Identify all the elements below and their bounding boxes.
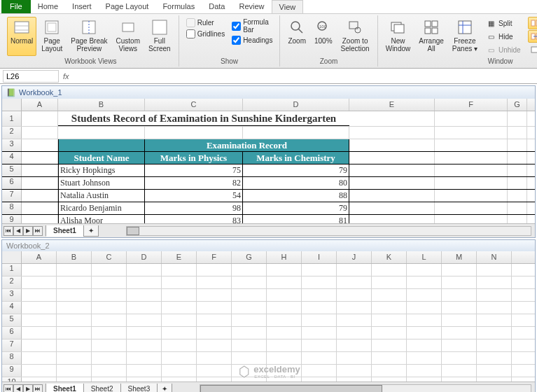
select-all-button[interactable]: [2, 99, 22, 111]
wb2-cell[interactable]: [22, 264, 57, 276]
wb2-cell[interactable]: [232, 289, 267, 301]
wb2-cell[interactable]: [407, 377, 442, 382]
row-header-5[interactable]: 5: [2, 164, 22, 176]
row-header-4[interactable]: 4: [2, 152, 22, 164]
wb2-cell[interactable]: [162, 289, 197, 301]
new-sheet-button[interactable]: ✦: [83, 225, 99, 237]
row-header-6[interactable]: 6: [2, 177, 22, 189]
wb2-col-g[interactable]: G: [232, 251, 267, 263]
col-header-a[interactable]: A: [22, 99, 58, 111]
wb2-cell[interactable]: [477, 264, 512, 276]
wb2-cell[interactable]: [407, 314, 442, 326]
headings-check[interactable]: Headings: [232, 36, 272, 45]
wb2-cell[interactable]: [197, 352, 232, 364]
sync-scroll-button[interactable]: Synchronous Scrolling: [528, 30, 537, 43]
wb2-cell[interactable]: [267, 289, 302, 301]
wb2-cell[interactable]: [197, 264, 232, 276]
wb2-cell[interactable]: [92, 302, 127, 314]
wb2-cell[interactable]: [232, 314, 267, 326]
wb2-row-header[interactable]: 8: [2, 352, 22, 364]
wb2-col-f[interactable]: F: [197, 251, 232, 263]
wb2-cell[interactable]: [22, 289, 57, 301]
wb2-cell[interactable]: [92, 289, 127, 301]
wb2-cell[interactable]: [442, 352, 477, 364]
wb2-cell[interactable]: [267, 276, 302, 288]
wb2-cell[interactable]: [372, 340, 407, 351]
wb2-cell[interactable]: [442, 276, 477, 288]
wb2-cell[interactable]: [127, 264, 162, 276]
wb2-cell[interactable]: [407, 365, 442, 377]
wb2-cell[interactable]: [337, 352, 372, 364]
wb2-sheet-tab-3[interactable]: Sheet3: [120, 384, 158, 393]
wb2-row-header[interactable]: 7: [2, 340, 22, 351]
wb2-cell[interactable]: [127, 289, 162, 301]
row-header-1[interactable]: 1: [2, 111, 22, 126]
wb2-cell[interactable]: [477, 327, 512, 339]
view-side-by-side-button[interactable]: View Side by Side: [528, 17, 537, 29]
page-layout-button[interactable]: Page Layout: [38, 17, 66, 56]
wb2-cell[interactable]: [477, 365, 512, 377]
wb2-cell[interactable]: [267, 302, 302, 314]
wb2-cell[interactable]: [92, 264, 127, 276]
wb2-cell[interactable]: [162, 365, 197, 377]
wb2-col-j[interactable]: J: [337, 251, 372, 263]
wb2-cell[interactable]: [442, 365, 477, 377]
wb2-sheet-tab-1[interactable]: Sheet1: [46, 384, 84, 393]
wb2-cell[interactable]: [407, 264, 442, 276]
full-screen-button[interactable]: Full Screen: [145, 17, 174, 56]
wb2-cell[interactable]: [127, 352, 162, 364]
wb2-cell[interactable]: [22, 377, 57, 382]
wb2-cell[interactable]: [302, 340, 337, 351]
wb2-cell[interactable]: [337, 365, 372, 377]
wb2-tab-nav-prev[interactable]: ◀: [13, 384, 23, 393]
wb2-cell[interactable]: [127, 327, 162, 339]
wb2-cell[interactable]: [57, 377, 92, 382]
wb2-cell[interactable]: [477, 276, 512, 288]
wb2-cell[interactable]: [22, 352, 57, 364]
wb2-cell[interactable]: [57, 314, 92, 326]
wb2-row-header[interactable]: 2: [2, 276, 22, 288]
wb2-cell[interactable]: [267, 352, 302, 364]
wb2-cell[interactable]: [162, 352, 197, 364]
wb2-cell[interactable]: [302, 365, 337, 377]
wb2-cell[interactable]: [22, 314, 57, 326]
wb2-cell[interactable]: [162, 327, 197, 339]
hide-button[interactable]: ▭Hide: [484, 30, 524, 43]
wb2-cell[interactable]: [267, 314, 302, 326]
wb2-col-m[interactable]: M: [442, 251, 477, 263]
wb2-cell[interactable]: [372, 314, 407, 326]
wb2-col-k[interactable]: K: [372, 251, 407, 263]
ruler-check[interactable]: Ruler: [186, 18, 225, 27]
wb2-cell[interactable]: [372, 276, 407, 288]
tab-home[interactable]: Home: [31, 0, 65, 13]
split-button[interactable]: ▦Split: [484, 17, 524, 29]
wb2-cell[interactable]: [267, 264, 302, 276]
wb2-cell[interactable]: [477, 289, 512, 301]
wb2-cell[interactable]: [162, 314, 197, 326]
wb2-col-i[interactable]: I: [302, 251, 337, 263]
wb2-cell[interactable]: [197, 327, 232, 339]
wb2-cell[interactable]: [92, 276, 127, 288]
wb2-cell[interactable]: [57, 302, 92, 314]
wb2-cell[interactable]: [407, 340, 442, 351]
row-header-7[interactable]: 7: [2, 190, 22, 202]
wb2-cell[interactable]: [92, 365, 127, 377]
zoom-selection-button[interactable]: Zoom to Selection: [337, 17, 373, 56]
tab-view[interactable]: View: [272, 0, 304, 13]
wb2-cell[interactable]: [477, 352, 512, 364]
wb2-cell[interactable]: [407, 352, 442, 364]
wb2-cell[interactable]: [162, 302, 197, 314]
wb2-cell[interactable]: [197, 302, 232, 314]
wb2-cell[interactable]: [57, 289, 92, 301]
wb2-cell[interactable]: [372, 377, 407, 382]
wb2-cell[interactable]: [302, 276, 337, 288]
zoom-100-button[interactable]: 100100%: [311, 17, 336, 56]
freeze-panes-button[interactable]: Freeze Panes ▾: [449, 17, 481, 56]
wb2-cell[interactable]: [57, 352, 92, 364]
wb2-tab-nav-next[interactable]: ▶: [23, 384, 33, 393]
wb2-col-b[interactable]: B: [57, 251, 92, 263]
sheet-tab-1[interactable]: Sheet1: [46, 225, 84, 237]
wb2-cell[interactable]: [302, 264, 337, 276]
col-header-g[interactable]: G: [508, 99, 527, 111]
wb2-cell[interactable]: [127, 365, 162, 377]
